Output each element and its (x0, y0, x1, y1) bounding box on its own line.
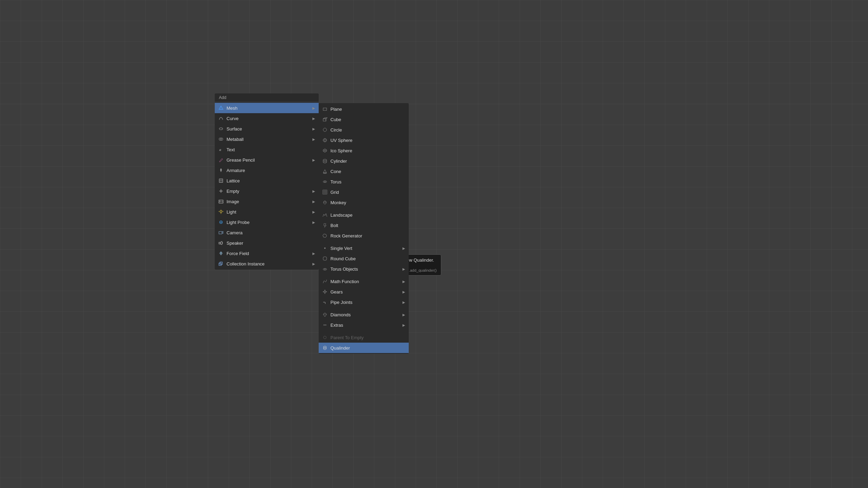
svg-point-57 (324, 202, 325, 202)
mesh-submenu: Plane Cube Circle (319, 103, 409, 354)
single-vert-icon (321, 245, 328, 252)
svg-point-58 (325, 202, 326, 202)
submenu-item-qualinder[interactable]: Qualinder (319, 343, 409, 353)
gears-arrow: ▶ (402, 290, 405, 294)
torus-objects-arrow: ▶ (402, 267, 405, 271)
menu-item-camera[interactable]: Camera (215, 227, 319, 238)
text-icon: a (218, 146, 224, 153)
submenu-item-cube[interactable]: Cube (319, 114, 409, 125)
plane-icon (321, 106, 328, 112)
cone-icon (321, 168, 328, 175)
curve-label: Curve (227, 116, 312, 121)
svg-point-63 (323, 269, 327, 270)
svg-point-73 (324, 325, 324, 325)
submenu-item-rock-generator[interactable]: Rock Generator (319, 231, 409, 241)
submenu-item-torus[interactable]: Torus (319, 177, 409, 187)
submenu-item-ico-sphere[interactable]: Ico Sphere (319, 145, 409, 156)
svg-rect-26 (219, 242, 220, 244)
menu-item-text[interactable]: a Text (215, 144, 319, 155)
light-probe-icon (218, 219, 224, 226)
surface-label: Surface (227, 126, 312, 132)
collection-instance-arrow: ▶ (312, 262, 315, 266)
armature-label: Armature (227, 168, 315, 173)
submenu-item-pipe-joints[interactable]: Pipe Joints ▶ (319, 297, 409, 307)
submenu-item-round-cube[interactable]: Round Cube (319, 253, 409, 264)
submenu-item-grid[interactable]: Grid (319, 187, 409, 197)
grid-label: Grid (330, 190, 405, 195)
menu-item-surface[interactable]: Surface ▶ (215, 124, 319, 134)
parent-to-empty-label: Parent To Empty (330, 335, 405, 340)
menu-item-image[interactable]: Image ▶ (215, 196, 319, 207)
svg-point-50 (324, 181, 326, 182)
menu-item-mesh[interactable]: Mesh ▶ (215, 103, 319, 113)
svg-marker-27 (220, 241, 222, 245)
submenu-item-extras[interactable]: Extras ▶ (319, 320, 409, 330)
mesh-icon (218, 105, 224, 111)
submenu-item-circle[interactable]: Circle (319, 125, 409, 135)
menu-item-armature[interactable]: Armature (215, 165, 319, 175)
svg-point-23 (221, 222, 222, 223)
menu-item-collection-instance[interactable]: Collection Instance ▶ (215, 259, 319, 269)
svg-point-49 (323, 181, 327, 183)
grease-pencil-arrow: ▶ (312, 158, 315, 162)
monkey-icon (321, 199, 328, 206)
menu-item-light-probe[interactable]: Light Probe ▶ (215, 217, 319, 227)
add-label-text: Add (219, 95, 226, 100)
menu-header: Add (215, 93, 319, 102)
menu-item-empty[interactable]: Empty ▶ (215, 186, 319, 196)
single-vert-arrow: ▶ (402, 246, 405, 250)
submenu-item-single-vert[interactable]: Single Vert ▶ (319, 243, 409, 253)
submenu-item-cone[interactable]: Cone (319, 166, 409, 177)
submenu-item-math-function[interactable]: Math Function ▶ (319, 276, 409, 287)
camera-label: Camera (227, 230, 315, 235)
round-cube-label: Round Cube (330, 256, 405, 261)
submenu-item-torus-objects[interactable]: Torus Objects ▶ (319, 264, 409, 274)
menu-item-grease-pencil[interactable]: Grease Pencil ▶ (215, 155, 319, 165)
menu-item-speaker[interactable]: Speaker (215, 238, 319, 248)
submenu-item-diamonds[interactable]: Diamonds ▶ (319, 309, 409, 320)
landscape-label: Landscape (330, 213, 405, 218)
gears-label: Gears (330, 289, 402, 295)
submenu-item-bolt[interactable]: Bolt (319, 220, 409, 231)
grease-pencil-icon (218, 156, 224, 163)
circle-label: Circle (330, 127, 405, 133)
light-probe-arrow: ▶ (312, 220, 315, 224)
light-probe-label: Light Probe (227, 220, 312, 225)
menu-item-force-field[interactable]: Force Field ▶ (215, 248, 319, 259)
menu-item-light[interactable]: Light ▶ (215, 207, 319, 217)
cylinder-label: Cylinder (330, 159, 405, 164)
speaker-label: Speaker (227, 241, 315, 246)
curve-arrow: ▶ (312, 117, 315, 120)
submenu-item-uv-sphere[interactable]: UV Sphere (319, 135, 409, 145)
menu-item-metaball[interactable]: Metaball ▶ (215, 134, 319, 144)
math-function-icon (321, 278, 328, 285)
extras-icon (321, 322, 328, 328)
cube-icon (321, 116, 328, 123)
submenu-item-gears[interactable]: Gears ▶ (319, 287, 409, 297)
circle-icon (321, 126, 328, 133)
svg-rect-51 (323, 190, 327, 194)
menu-item-lattice[interactable]: Lattice (215, 175, 319, 186)
svg-text:a: a (219, 147, 221, 152)
submenu-item-plane[interactable]: Plane (319, 104, 409, 114)
image-label: Image (227, 199, 312, 204)
svg-point-64 (324, 269, 326, 270)
svg-point-77 (324, 346, 326, 347)
empty-icon (218, 188, 224, 195)
submenu-item-cylinder[interactable]: Cylinder (319, 156, 409, 166)
submenu-item-monkey[interactable]: Monkey (319, 197, 409, 208)
light-icon (218, 208, 224, 215)
parent-to-empty-icon (321, 334, 328, 341)
armature-icon (218, 167, 224, 174)
torus-objects-icon (321, 265, 328, 272)
collection-instance-label: Collection Instance (227, 261, 312, 266)
svg-point-75 (326, 325, 326, 325)
svg-point-61 (324, 247, 326, 249)
surface-icon (218, 125, 224, 132)
empty-label: Empty (227, 189, 312, 194)
curve-icon (218, 115, 224, 122)
submenu-item-landscape[interactable]: Landscape (319, 210, 409, 220)
menu-item-curve[interactable]: Curve ▶ (215, 113, 319, 124)
cone-label: Cone (330, 169, 405, 174)
svg-rect-24 (219, 232, 222, 234)
